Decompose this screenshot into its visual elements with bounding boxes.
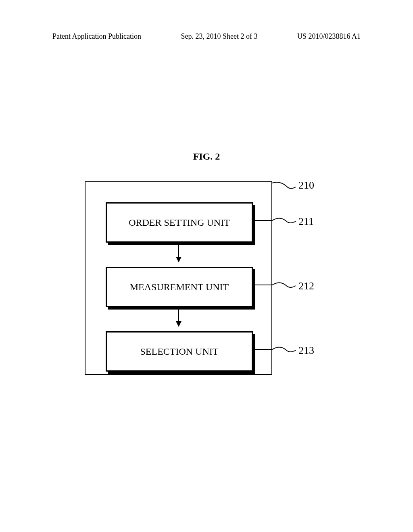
header-patent-number: US 2010/0238816 A1 [297, 32, 361, 41]
figure-title: FIG. 2 [193, 151, 220, 162]
box-label: MEASUREMENT UNIT [130, 282, 229, 293]
selection-unit-box: SELECTION UNIT [106, 331, 253, 372]
lead-line-210 [272, 181, 296, 193]
measurement-unit-box: MEASUREMENT UNIT [106, 267, 253, 307]
box-label: SELECTION UNIT [140, 346, 219, 357]
header-publication-type: Patent Application Publication [52, 32, 141, 41]
lead-line-211 [252, 216, 296, 228]
box-label: ORDER SETTING UNIT [129, 217, 230, 228]
order-setting-unit-box: ORDER SETTING UNIT [106, 202, 253, 243]
header-date-sheet: Sep. 23, 2010 Sheet 2 of 3 [181, 32, 257, 41]
lead-line-212 [252, 280, 296, 292]
diagram-outer-box: ORDER SETTING UNIT MEASUREMENT UNIT SELE… [85, 181, 272, 375]
arrow-down-icon [178, 245, 179, 262]
reference-number-210: 210 [298, 179, 314, 191]
reference-number-211: 211 [298, 216, 314, 228]
reference-number-213: 213 [298, 345, 314, 357]
page-header: Patent Application Publication Sep. 23, … [0, 32, 413, 41]
arrow-down-icon [178, 309, 179, 326]
reference-number-212: 212 [298, 280, 314, 292]
lead-line-213 [252, 345, 296, 357]
